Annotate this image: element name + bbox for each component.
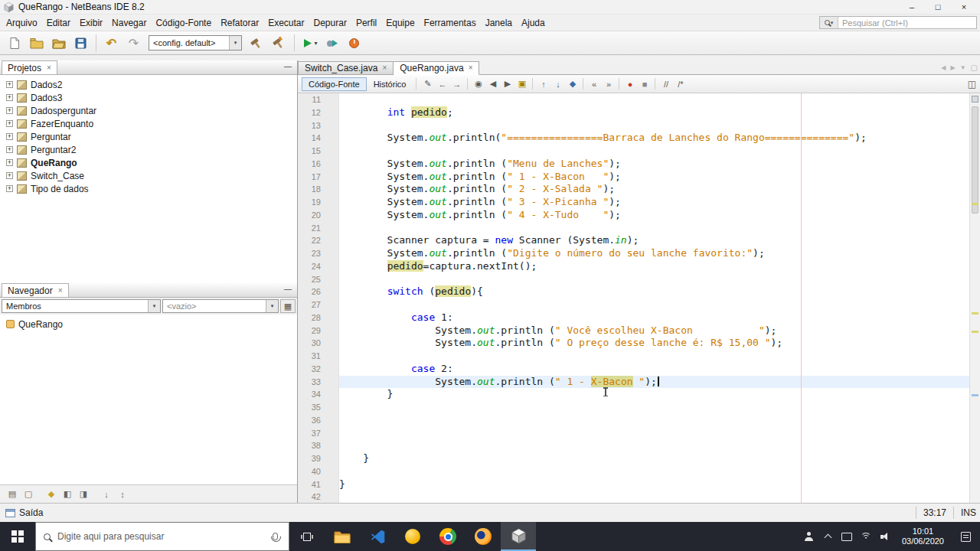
firefox-button[interactable]	[466, 522, 501, 551]
history-view-button[interactable]: Histórico	[368, 78, 413, 90]
line-number[interactable]: 23	[298, 247, 326, 260]
user-tray-button[interactable]	[799, 522, 818, 551]
comment-lines-icon[interactable]: //	[658, 77, 673, 91]
shift-right-icon[interactable]: »	[601, 77, 616, 91]
new-project-button[interactable]	[26, 33, 47, 53]
expand-icon[interactable]: +	[6, 185, 13, 192]
code-text[interactable]: int pedido;	[339, 106, 980, 119]
menu-item[interactable]: Perfil	[351, 16, 381, 30]
line-number[interactable]: 36	[298, 414, 326, 427]
code-text[interactable]: System.out.println (" 2 - X-Salada ");	[339, 183, 980, 196]
output-window-button[interactable]: Saída	[5, 507, 43, 518]
minimize-panel-icon[interactable]: —	[284, 285, 292, 293]
minimize-panel-icon[interactable]: —	[284, 62, 292, 70]
search-icon[interactable]: ▾	[820, 17, 838, 28]
code-text[interactable]: case 2:	[339, 363, 980, 376]
chrome-button[interactable]	[430, 522, 466, 551]
line-number[interactable]: 12	[298, 106, 326, 119]
profile-project-button[interactable]	[344, 33, 364, 53]
previous-bookmark-icon[interactable]: ↑	[536, 77, 550, 91]
code-text[interactable]: System.out.println (" 1 - X-Bacon ");	[339, 376, 980, 389]
clean-build-project-button[interactable]	[269, 33, 289, 53]
project-item[interactable]: +FazerEnquanto	[0, 117, 297, 130]
menu-item[interactable]: Arquivo	[2, 16, 42, 30]
split-window-icon[interactable]: ◫	[968, 79, 976, 90]
line-number[interactable]: 37	[298, 427, 326, 440]
code-text[interactable]: System.out.println (" 3 - X-Picanha ");	[339, 196, 980, 209]
project-item[interactable]: +Dados2	[0, 78, 297, 91]
line-number[interactable]: 40	[298, 465, 326, 478]
run-project-button[interactable]: ▾	[299, 33, 320, 53]
line-number[interactable]: 11	[298, 93, 326, 106]
close-icon[interactable]: ×	[382, 64, 387, 72]
code-text[interactable]: System.out.println ("Menu de Lanches");	[339, 158, 980, 171]
tab-querango[interactable]: QueRango.java ×	[394, 61, 479, 75]
current-line-mark[interactable]	[972, 394, 978, 396]
sort-by-source-icon[interactable]: ↕	[116, 487, 129, 501]
toggle-bookmark-icon[interactable]: ◆	[565, 77, 580, 91]
code-text[interactable]: System.out.println (" 4 - X-Tudo ");	[339, 209, 980, 222]
line-number[interactable]: 31	[298, 350, 326, 363]
code-text[interactable]: System.out.println ("Digite o número do …	[339, 247, 980, 260]
expand-icon[interactable]: +	[6, 146, 13, 153]
code-text[interactable]: switch (pedido){	[339, 285, 980, 298]
file-explorer-button[interactable]	[325, 522, 360, 551]
navigator-options-button[interactable]: ▦	[280, 299, 296, 313]
line-number[interactable]: 13	[298, 119, 326, 132]
occurrence-mark[interactable]	[972, 203, 978, 205]
navigator-panel-tab[interactable]: Navegador ×	[2, 283, 69, 297]
vscode-button[interactable]	[360, 522, 395, 551]
project-item[interactable]: +Dadosperguntar	[0, 104, 297, 117]
next-bookmark-icon[interactable]: ↓	[550, 77, 565, 91]
menu-item[interactable]: Código-Fonte	[151, 16, 216, 30]
code-text[interactable]	[339, 350, 980, 363]
debug-project-button[interactable]	[322, 33, 342, 53]
line-number[interactable]: 29	[298, 324, 326, 337]
taskbar-search-box[interactable]: Digite aqui para pesquisar	[35, 522, 289, 551]
line-number[interactable]: 41	[298, 478, 326, 491]
menu-item[interactable]: Exibir	[75, 16, 107, 30]
line-number[interactable]: 20	[298, 209, 326, 222]
close-button[interactable]: ×	[951, 0, 977, 14]
minimize-button[interactable]: –	[899, 0, 925, 14]
line-number[interactable]: 19	[298, 196, 326, 209]
action-center-button[interactable]	[951, 522, 980, 551]
line-number[interactable]: 14	[298, 132, 326, 145]
line-number[interactable]: 21	[298, 222, 326, 235]
menu-item[interactable]: Equipe	[381, 16, 419, 30]
code-text[interactable]	[339, 414, 980, 427]
close-icon[interactable]: ×	[47, 64, 51, 72]
code-text[interactable]: case 1:	[339, 311, 980, 324]
line-number[interactable]: 27	[298, 298, 326, 311]
code-text[interactable]	[339, 145, 980, 158]
code-text[interactable]: Scanner captura = new Scanner (System.in…	[339, 234, 980, 247]
line-number[interactable]: 26	[298, 285, 326, 298]
line-number[interactable]: 25	[298, 273, 326, 286]
open-project-button[interactable]	[48, 33, 69, 53]
menu-item[interactable]: Ferramentas	[420, 16, 481, 30]
netbeans-taskbar-button[interactable]	[501, 522, 536, 551]
line-number[interactable]: 39	[298, 452, 326, 465]
source-view-button[interactable]: Código-Fonte	[302, 77, 367, 91]
task-view-button[interactable]	[289, 522, 325, 551]
code-text[interactable]	[339, 491, 980, 503]
code-text[interactable]: System.out.println (" Você escolheu X-Ba…	[339, 324, 980, 337]
occurrence-mark[interactable]	[972, 312, 978, 315]
new-file-button[interactable]	[4, 33, 24, 53]
line-number[interactable]: 38	[298, 439, 326, 452]
lightbulb-app-button[interactable]	[395, 522, 430, 551]
code-text[interactable]	[339, 273, 980, 286]
code-text[interactable]	[339, 465, 980, 478]
save-all-button[interactable]	[70, 33, 91, 53]
line-number[interactable]: 15	[298, 145, 326, 158]
maximize-tab-icon[interactable]: ▢	[971, 64, 978, 72]
line-number[interactable]: 16	[298, 158, 326, 171]
occurrence-mark[interactable]	[972, 331, 978, 333]
code-text[interactable]: System.out.println("================Barr…	[339, 132, 980, 145]
scroll-tabs-right-icon[interactable]: ▶	[950, 64, 955, 71]
maximize-button[interactable]: □	[925, 0, 951, 14]
start-macro-recording-icon[interactable]: ●	[622, 77, 637, 91]
quick-search-box[interactable]: ▾ Pesquisar (Ctrl+I)	[819, 16, 977, 29]
expand-icon[interactable]: +	[6, 120, 13, 127]
clock[interactable]: 10:01 03/06/2020	[895, 527, 951, 546]
